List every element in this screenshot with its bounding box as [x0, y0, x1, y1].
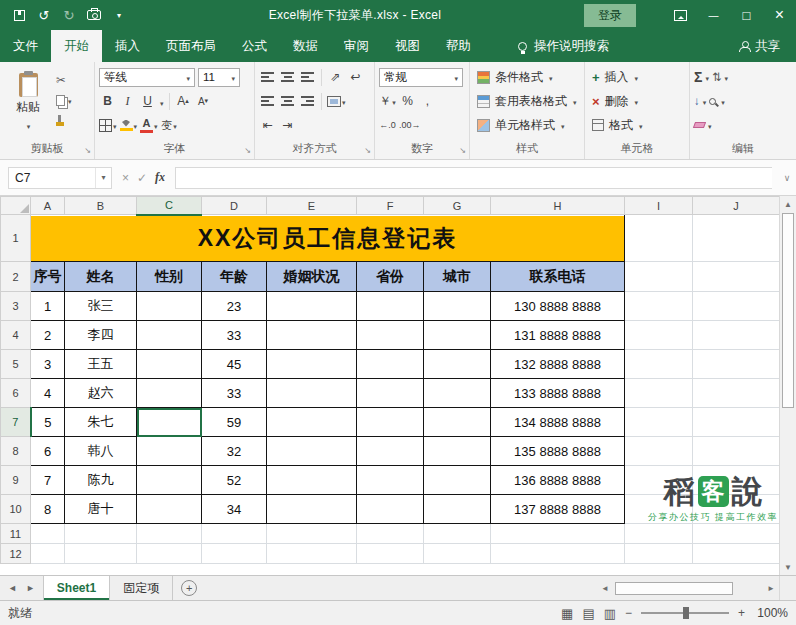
cell-I2[interactable]: [625, 262, 693, 292]
cell-J10[interactable]: [693, 495, 780, 524]
minimize-button[interactable]: [697, 0, 730, 30]
cell-J11[interactable]: [693, 524, 780, 544]
cell-G2[interactable]: 城市: [424, 262, 491, 292]
login-button[interactable]: 登录: [584, 4, 636, 27]
ribbon-tab-insert[interactable]: 插入: [102, 30, 153, 62]
cell-C9[interactable]: [137, 466, 202, 495]
cell-I3[interactable]: [625, 292, 693, 321]
cell-D2[interactable]: 年龄: [202, 262, 267, 292]
cell-H11[interactable]: [491, 524, 625, 544]
italic-button[interactable]: I: [119, 92, 136, 111]
cell-D4[interactable]: 33: [202, 321, 267, 350]
cell-F11[interactable]: [357, 524, 424, 544]
cell-H8[interactable]: 135 8888 8888: [491, 437, 625, 466]
cell-B5[interactable]: 王五: [65, 350, 137, 379]
sheet-nav-left-icon[interactable]: ◄: [8, 583, 17, 593]
horizontal-scrollbar[interactable]: ◄ ►: [597, 576, 779, 600]
row-header-3[interactable]: 3: [1, 292, 31, 321]
cell-I8[interactable]: [625, 437, 693, 466]
format-painter-button[interactable]: [56, 112, 72, 128]
accounting-format-button[interactable]: ￥: [379, 92, 396, 111]
close-button[interactable]: [763, 0, 796, 30]
align-center-button[interactable]: [279, 92, 296, 111]
cell-J5[interactable]: [693, 350, 780, 379]
save-button[interactable]: [12, 7, 26, 23]
cell-G11[interactable]: [424, 524, 491, 544]
increase-decimal-button[interactable]: ←.0: [379, 116, 396, 135]
cell-H10[interactable]: 137 8888 8888: [491, 495, 625, 524]
align-right-button[interactable]: [299, 92, 316, 111]
sheet-tab-sheet1[interactable]: Sheet1: [43, 576, 110, 600]
font-dialog-launcher[interactable]: ↘: [244, 147, 251, 155]
cell-G9[interactable]: [424, 466, 491, 495]
cell-F10[interactable]: [357, 495, 424, 524]
cell-B2[interactable]: 姓名: [65, 262, 137, 292]
cell-C2[interactable]: 性别: [137, 262, 202, 292]
row-header-7[interactable]: 7: [1, 408, 31, 437]
share-button[interactable]: 共享: [739, 30, 796, 62]
align-top-button[interactable]: [259, 68, 276, 87]
page-layout-view-button[interactable]: ▤: [582, 606, 594, 621]
cell-C6[interactable]: [137, 379, 202, 408]
ribbon-display-options-button[interactable]: [664, 0, 697, 30]
fill-color-button[interactable]: [120, 116, 138, 135]
cell-D9[interactable]: 52: [202, 466, 267, 495]
select-all-corner[interactable]: [1, 197, 31, 215]
cell-F9[interactable]: [357, 466, 424, 495]
decrease-font-size-button[interactable]: A▾: [195, 92, 212, 111]
ribbon-tab-page-layout[interactable]: 页面布局: [153, 30, 229, 62]
cell-D8[interactable]: 32: [202, 437, 267, 466]
cell-E2[interactable]: 婚姻状况: [267, 262, 357, 292]
cell-E8[interactable]: [267, 437, 357, 466]
number-format-combo[interactable]: 常规: [379, 68, 463, 87]
row-header-8[interactable]: 8: [1, 437, 31, 466]
cell-I12[interactable]: [625, 544, 693, 564]
cell-F6[interactable]: [357, 379, 424, 408]
row-header-2[interactable]: 2: [1, 262, 31, 292]
delete-cells-button[interactable]: × 删除: [589, 89, 685, 113]
cell-E10[interactable]: [267, 495, 357, 524]
cell-D11[interactable]: [202, 524, 267, 544]
cell-A12[interactable]: [31, 544, 65, 564]
cell-J12[interactable]: [693, 544, 780, 564]
col-header-J[interactable]: J: [693, 197, 780, 215]
cell-styles-button[interactable]: 单元格样式: [474, 113, 580, 137]
conditional-formatting-button[interactable]: 条件格式: [474, 65, 580, 89]
row-header-1[interactable]: 1: [1, 215, 31, 262]
vertical-scrollbar[interactable]: ▲ ▼: [779, 196, 796, 575]
cell-D5[interactable]: 45: [202, 350, 267, 379]
cell-C7[interactable]: [137, 408, 202, 437]
font-name-combo[interactable]: 等线: [99, 68, 195, 87]
underline-dropdown-icon[interactable]: [159, 92, 164, 110]
col-header-E[interactable]: E: [267, 197, 357, 215]
sort-filter-button[interactable]: ⇅: [712, 69, 728, 85]
maximize-button[interactable]: [730, 0, 763, 30]
cell-H2[interactable]: 联系电话: [491, 262, 625, 292]
cell-B3[interactable]: 张三: [65, 292, 137, 321]
cell-F4[interactable]: [357, 321, 424, 350]
cell-D3[interactable]: 23: [202, 292, 267, 321]
name-box-dropdown-icon[interactable]: [95, 168, 111, 188]
cell-D10[interactable]: 34: [202, 495, 267, 524]
cell-C10[interactable]: [137, 495, 202, 524]
cell-I1[interactable]: [625, 215, 693, 262]
cancel-formula-button[interactable]: ×: [122, 171, 129, 185]
undo-button[interactable]: ↺: [37, 7, 51, 23]
cell-F12[interactable]: [357, 544, 424, 564]
clipboard-dialog-launcher[interactable]: ↘: [84, 147, 91, 155]
cell-I4[interactable]: [625, 321, 693, 350]
cell-I6[interactable]: [625, 379, 693, 408]
cell-A11[interactable]: [31, 524, 65, 544]
enter-formula-button[interactable]: ✓: [137, 171, 147, 185]
cell-A9[interactable]: 7: [31, 466, 65, 495]
cell-E12[interactable]: [267, 544, 357, 564]
merge-center-button[interactable]: [327, 92, 346, 111]
phonetic-guide-button[interactable]: 变: [161, 116, 178, 135]
cell-H4[interactable]: 131 8888 8888: [491, 321, 625, 350]
cell-C5[interactable]: [137, 350, 202, 379]
cell-I10[interactable]: [625, 495, 693, 524]
orientation-button[interactable]: ⇗: [327, 68, 344, 87]
cell-E4[interactable]: [267, 321, 357, 350]
cell-I11[interactable]: [625, 524, 693, 544]
ribbon-tab-file[interactable]: 文件: [0, 30, 51, 62]
